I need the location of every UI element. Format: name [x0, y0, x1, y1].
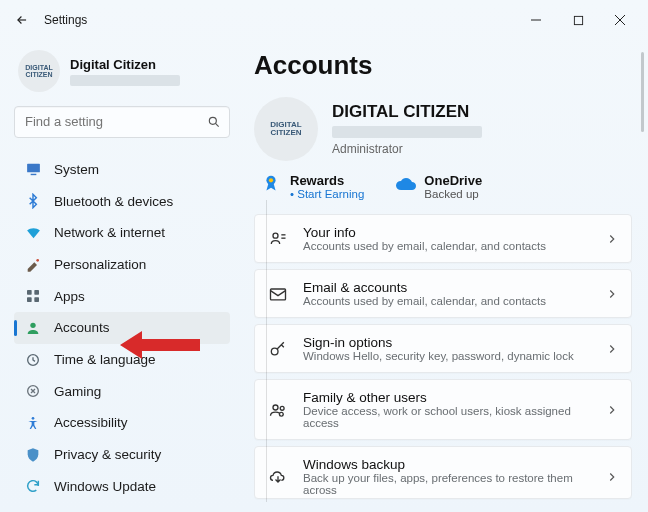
- sidebar-item-label: Apps: [54, 289, 85, 304]
- svg-rect-7: [30, 174, 36, 175]
- sidebar-item-accounts[interactable]: Accounts: [14, 312, 230, 344]
- card-email-accounts[interactable]: Email & accountsAccounts used by email, …: [254, 269, 632, 318]
- svg-point-23: [271, 348, 278, 355]
- account-header: DIGITAL CITIZEN DIGITAL CITIZEN Administ…: [254, 97, 632, 161]
- card-family-users[interactable]: Family & other usersDevice access, work …: [254, 379, 632, 440]
- clock-icon: [24, 351, 42, 369]
- user-name: Digital Citizen: [70, 57, 180, 72]
- svg-point-16: [32, 417, 35, 420]
- key-icon: [267, 338, 289, 360]
- people-icon: [267, 399, 289, 421]
- avatar: DIGITAL CITIZEN: [254, 97, 318, 161]
- sidebar-item-label: Gaming: [54, 384, 101, 399]
- sidebar-item-personalization[interactable]: Personalization: [14, 249, 230, 281]
- card-title: Family & other users: [303, 390, 591, 405]
- svg-point-18: [269, 178, 273, 182]
- svg-point-13: [30, 323, 35, 328]
- minimize-button[interactable]: [516, 4, 556, 36]
- user-email-redacted: [70, 75, 180, 86]
- card-title: Your info: [303, 225, 546, 240]
- chevron-right-icon: [605, 403, 619, 417]
- card-windows-backup[interactable]: Windows backupBack up your files, apps, …: [254, 446, 632, 499]
- chevron-right-icon: [605, 232, 619, 246]
- user-profile[interactable]: DIGITAL CITIZEN Digital Citizen: [14, 46, 230, 102]
- paint-icon: [24, 256, 42, 274]
- card-your-info[interactable]: Your infoAccounts used by email, calenda…: [254, 214, 632, 263]
- main-content: Accounts DIGITAL CITIZEN DIGITAL CITIZEN…: [240, 40, 648, 512]
- titlebar: Settings: [0, 0, 648, 40]
- divider: [266, 200, 267, 502]
- card-sub: Windows Hello, security key, password, d…: [303, 350, 574, 362]
- sidebar-item-apps[interactable]: Apps: [14, 280, 230, 312]
- shield-icon: [24, 446, 42, 464]
- svg-rect-6: [27, 164, 40, 173]
- card-title: Email & accounts: [303, 280, 546, 295]
- svg-rect-10: [34, 290, 39, 295]
- avatar: DIGITAL CITIZEN: [18, 50, 60, 92]
- gaming-icon: [24, 382, 42, 400]
- sidebar-item-system[interactable]: System: [14, 154, 230, 186]
- card-sub: Accounts used by email, calendar, and co…: [303, 295, 546, 307]
- sidebar-item-update[interactable]: Windows Update: [14, 470, 230, 502]
- svg-rect-22: [271, 289, 286, 300]
- person-icon: [24, 319, 42, 337]
- update-icon: [24, 477, 42, 495]
- chevron-right-icon: [605, 342, 619, 356]
- sidebar-item-gaming[interactable]: Gaming: [14, 375, 230, 407]
- sidebar-item-network[interactable]: Network & internet: [14, 217, 230, 249]
- svg-point-25: [280, 406, 284, 410]
- apps-icon: [24, 287, 42, 305]
- card-title: Windows backup: [303, 457, 591, 472]
- bluetooth-icon: [24, 192, 42, 210]
- search-box[interactable]: [14, 106, 230, 138]
- tile-label: OneDrive: [424, 173, 482, 188]
- tile-sub: Backed up: [424, 188, 482, 200]
- account-role: Administrator: [332, 142, 482, 156]
- sidebar-item-label: Accessibility: [54, 415, 128, 430]
- person-card-icon: [267, 228, 289, 250]
- card-sub: Back up your files, apps, preferences to…: [303, 472, 591, 496]
- sidebar-item-label: Windows Update: [54, 479, 156, 494]
- window-title: Settings: [44, 13, 87, 27]
- display-icon: [24, 161, 42, 179]
- close-button[interactable]: [600, 4, 640, 36]
- sidebar-item-label: Network & internet: [54, 225, 165, 240]
- wifi-icon: [24, 224, 42, 242]
- tile-sub: • Start Earning: [290, 188, 364, 200]
- maximize-button[interactable]: [558, 4, 598, 36]
- accessibility-icon: [24, 414, 42, 432]
- sidebar-item-accessibility[interactable]: Accessibility: [14, 407, 230, 439]
- tile-label: Rewards: [290, 173, 364, 188]
- svg-line-5: [215, 123, 218, 126]
- mail-icon: [267, 283, 289, 305]
- svg-point-19: [273, 233, 278, 238]
- search-icon: [207, 115, 221, 129]
- chevron-right-icon: [605, 287, 619, 301]
- sidebar-item-label: System: [54, 162, 99, 177]
- nav-list: System Bluetooth & devices Network & int…: [14, 154, 230, 502]
- card-sub: Device access, work or school users, kio…: [303, 405, 591, 429]
- sidebar-item-privacy[interactable]: Privacy & security: [14, 439, 230, 471]
- back-button[interactable]: [8, 6, 36, 34]
- svg-point-24: [273, 405, 278, 410]
- search-input[interactable]: [23, 113, 207, 130]
- chevron-right-icon: [605, 470, 619, 484]
- sidebar: DIGITAL CITIZEN Digital Citizen System B…: [0, 40, 240, 512]
- sidebar-item-bluetooth[interactable]: Bluetooth & devices: [14, 185, 230, 217]
- onedrive-tile[interactable]: OneDrive Backed up: [394, 173, 482, 200]
- onedrive-icon: [394, 173, 416, 195]
- svg-rect-1: [574, 16, 582, 24]
- rewards-icon: [260, 173, 282, 195]
- svg-rect-12: [34, 298, 39, 303]
- svg-rect-11: [27, 298, 32, 303]
- account-name: DIGITAL CITIZEN: [332, 102, 482, 122]
- scrollbar[interactable]: [641, 52, 644, 132]
- sidebar-item-time[interactable]: Time & language: [14, 344, 230, 376]
- backup-icon: [267, 466, 289, 488]
- sidebar-item-label: Personalization: [54, 257, 146, 272]
- sidebar-item-label: Privacy & security: [54, 447, 161, 462]
- sidebar-item-label: Time & language: [54, 352, 156, 367]
- card-signin-options[interactable]: Sign-in optionsWindows Hello, security k…: [254, 324, 632, 373]
- svg-rect-9: [27, 290, 32, 295]
- rewards-tile[interactable]: Rewards • Start Earning: [260, 173, 364, 200]
